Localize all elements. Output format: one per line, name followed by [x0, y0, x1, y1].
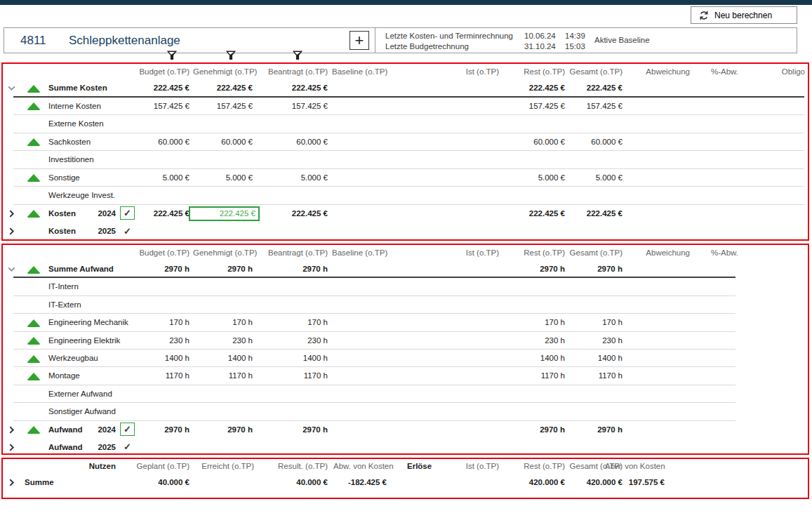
last-budget-calc-label: Letzte Budgetrechnung	[385, 41, 469, 51]
row-label: IT-Extern	[48, 296, 81, 314]
table-row: Summe40.000 €40.000 €-182.425 €420.000 €…	[4, 473, 804, 491]
cell-result: 40.000 €	[265, 473, 328, 491]
cell-gesamt: 5.000 €	[569, 169, 623, 187]
table-row: Werkzeuge Invest.	[4, 187, 804, 205]
plus-icon: +	[355, 32, 364, 50]
table-row: Summe Aufwand2970 h2970 h2970 h2970 h297…	[4, 260, 736, 278]
row-label: Montage	[48, 367, 80, 385]
column-header-abweichung: Abweichung	[630, 245, 690, 260]
recalculate-button[interactable]: Neu berechnen	[691, 6, 797, 24]
cell-genehmigt: 230 h	[193, 332, 253, 350]
column-header-ist: Ist (o.TP)	[444, 245, 499, 260]
cell-budget: 170 h	[130, 314, 189, 331]
column-header-beantragt: Beantragt (o.TP)	[265, 64, 328, 79]
selected-cell-genehmigt[interactable]: 222.425 €	[189, 206, 260, 221]
cell-budget: 2970 h	[130, 421, 189, 439]
cell-gesamt: 157.425 €	[569, 98, 623, 116]
column-header-pabw: %-Abw.	[698, 64, 738, 79]
project-header: 4811 Schleppkettenanlage + Letzte Kosten…	[4, 27, 797, 53]
cell-beantragt: 5.000 €	[265, 169, 328, 187]
year-checkbox[interactable]: ✓	[120, 441, 135, 454]
row-year: 2024	[92, 421, 116, 439]
cell-rest: 2970 h	[507, 421, 565, 439]
chevron-right-icon[interactable]	[8, 223, 18, 241]
cell-budget: 5.000 €	[130, 169, 189, 187]
table-row: Externe Kosten	[4, 115, 804, 133]
recalculate-label: Neu berechnen	[714, 11, 772, 20]
cell-rest: 230 h	[507, 332, 565, 350]
trend-up-indicator	[27, 174, 41, 182]
trend-up-indicator	[27, 266, 41, 274]
chevron-down-icon[interactable]	[8, 260, 18, 278]
cell-beantragt: 230 h	[265, 332, 328, 350]
row-label: Werkzeugbau	[48, 350, 98, 367]
add-button[interactable]: +	[350, 31, 369, 50]
cell-genehmigt: 5.000 €	[193, 169, 253, 187]
cell-geplant: 40.000 €	[124, 473, 189, 491]
cell-genehmigt: 2970 h	[193, 421, 253, 439]
filter-icon[interactable]	[167, 51, 177, 60]
chevron-right-icon[interactable]	[8, 439, 18, 456]
column-header-gesamt: Gesamt (o.TP)	[569, 245, 623, 260]
row-label: Sonstige	[48, 169, 80, 187]
row-label: Sachkosten	[48, 133, 91, 152]
column-header-erreicht: Erreicht (o.TP)	[198, 460, 254, 473]
table-row: Interne Kosten157.425 €157.425 €157.425 …	[4, 98, 804, 116]
trend-up-indicator	[27, 319, 41, 327]
column-header-abw2: Abw. von Kosten	[605, 460, 665, 473]
table-row: Aufwand2024✓2970 h2970 h2970 h2970 h2970…	[4, 421, 736, 439]
cell-beantragt: 2970 h	[265, 421, 328, 439]
row-label: Aufwand	[48, 439, 83, 456]
cell-gesamt: 2970 h	[569, 260, 623, 278]
cell-beantragt: 60.000 €	[265, 133, 328, 152]
row-year: 2025	[92, 439, 116, 456]
column-header-gesamt: Gesamt (o.TP)	[569, 64, 623, 79]
cell-gesamt: 222.425 €	[569, 79, 623, 98]
chevron-down-icon[interactable]	[8, 79, 18, 98]
row-label: Sonstiger Aufwand	[48, 403, 116, 420]
row-label: Engineering Elektrik	[48, 332, 120, 350]
filter-icon[interactable]	[226, 51, 236, 60]
column-header-erloese: Erlöse	[407, 460, 439, 473]
trend-up-indicator	[27, 85, 41, 93]
chevron-right-icon[interactable]	[8, 473, 18, 491]
table-row: Engineering Elektrik230 h230 h230 h230 h…	[4, 332, 736, 350]
last-cost-calc-date: 10.06.24	[524, 31, 556, 41]
cell-rest: 222.425 €	[507, 79, 565, 98]
row-label: Interne Kosten	[48, 98, 101, 116]
filter-icon[interactable]	[293, 51, 302, 60]
year-checkbox[interactable]: ✓	[120, 225, 135, 238]
trend-up-indicator	[27, 337, 41, 345]
last-budget-calc-date: 31.10.24	[524, 41, 556, 51]
column-header-ist: Ist (o.TP)	[446, 460, 499, 473]
chevron-right-icon[interactable]	[8, 421, 18, 439]
column-header-genehmigt: Genehmigt (o.TP)	[193, 64, 253, 79]
cell-budget: 222.425 €	[130, 79, 189, 98]
cell-budget: 157.425 €	[130, 98, 189, 116]
column-header-baseline: Baseline (o.TP)	[332, 245, 387, 260]
active-baseline-label: Aktive Baseline	[594, 36, 650, 44]
column-header-pabw: %-Abw.	[698, 245, 738, 260]
table-row: IT-Intern	[4, 278, 736, 295]
calculation-info: Letzte Kosten- und Terminrechnung 10.06.…	[375, 28, 797, 53]
cell-budget: 230 h	[130, 332, 189, 350]
row-label: Werkzeuge Invest.	[48, 187, 115, 205]
table-row: Summe Kosten222.425 €222.425 €222.425 €2…	[4, 79, 804, 98]
cell-rest: 5.000 €	[507, 169, 565, 187]
chevron-right-icon[interactable]	[8, 205, 18, 223]
column-header-rest: Rest (o.TP)	[507, 245, 565, 260]
row-label: Kosten	[48, 223, 76, 241]
cell-beantragt: 222.425 €	[265, 205, 328, 223]
cell-beantragt: 170 h	[265, 314, 328, 331]
cell-rest: 420.000 €	[507, 473, 565, 491]
cell-genehmigt: 60.000 €	[193, 133, 253, 152]
column-header-budget: Budget (o.TP)	[130, 64, 189, 79]
table-row: Sachkosten60.000 €60.000 €60.000 €60.000…	[4, 133, 804, 152]
column-header-rest: Rest (o.TP)	[507, 64, 565, 79]
table-row: Kosten2024✓222.425 €222.425 €222.425 €22…	[4, 205, 804, 223]
project-cost-overview: Neu berechnen 4811 Schleppkettenanlage +…	[0, 0, 812, 518]
trend-up-indicator	[27, 426, 41, 434]
column-header-ist: Ist (o.TP)	[444, 64, 499, 79]
summe-table: NutzenGeplant (o.TP)Erreicht (o.TP)Resul…	[4, 460, 804, 491]
row-label: Engineering Mechanik	[48, 314, 128, 331]
